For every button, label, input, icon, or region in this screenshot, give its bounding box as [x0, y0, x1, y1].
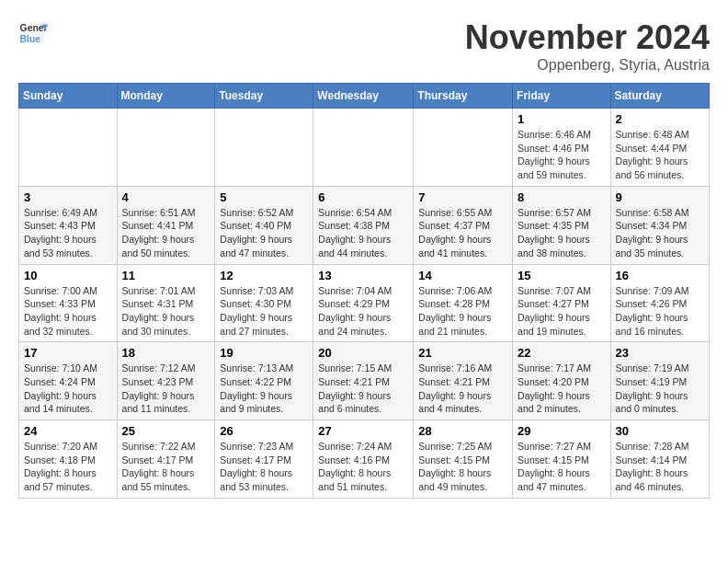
day-number: 8: [518, 190, 606, 204]
day-info: Sunrise: 7:25 AM Sunset: 4:15 PM Dayligh…: [418, 440, 507, 494]
calendar-cell: 15Sunrise: 7:07 AM Sunset: 4:27 PM Dayli…: [513, 264, 611, 342]
day-number: 10: [24, 269, 112, 282]
calendar-cell: 7Sunrise: 6:55 AM Sunset: 4:37 PM Daylig…: [414, 186, 513, 264]
calendar-week-row: 3Sunrise: 6:49 AM Sunset: 4:43 PM Daylig…: [19, 186, 710, 264]
day-number: 23: [616, 346, 704, 360]
day-info: Sunrise: 6:51 AM Sunset: 4:41 PM Dayligh…: [122, 206, 210, 260]
day-info: Sunrise: 7:13 AM Sunset: 4:22 PM Dayligh…: [220, 362, 308, 416]
day-info: Sunrise: 7:22 AM Sunset: 4:17 PM Dayligh…: [122, 440, 210, 494]
day-number: 24: [24, 424, 112, 438]
calendar-cell: 3Sunrise: 6:49 AM Sunset: 4:43 PM Daylig…: [19, 186, 118, 264]
day-info: Sunrise: 6:46 AM Sunset: 4:46 PM Dayligh…: [518, 128, 606, 182]
calendar-cell: 4Sunrise: 6:51 AM Sunset: 4:41 PM Daylig…: [117, 186, 215, 264]
day-info: Sunrise: 7:27 AM Sunset: 4:15 PM Dayligh…: [518, 440, 606, 494]
calendar-cell: 23Sunrise: 7:19 AM Sunset: 4:19 PM Dayli…: [610, 342, 709, 420]
logo: General Blue: [18, 18, 48, 48]
day-number: 4: [122, 190, 210, 204]
day-number: 15: [518, 269, 606, 282]
calendar-cell: 8Sunrise: 6:57 AM Sunset: 4:35 PM Daylig…: [513, 186, 611, 264]
day-number: 21: [418, 346, 507, 360]
day-info: Sunrise: 6:57 AM Sunset: 4:35 PM Dayligh…: [518, 206, 606, 260]
logo-icon: General Blue: [18, 18, 48, 48]
calendar-cell: 14Sunrise: 7:06 AM Sunset: 4:28 PM Dayli…: [414, 264, 513, 342]
calendar-cell: 21Sunrise: 7:16 AM Sunset: 4:21 PM Dayli…: [414, 342, 513, 420]
day-info: Sunrise: 6:55 AM Sunset: 4:37 PM Dayligh…: [418, 206, 507, 260]
subtitle: Oppenberg, Styria, Austria: [465, 57, 710, 74]
day-number: 14: [418, 269, 507, 282]
calendar-cell: 22Sunrise: 7:17 AM Sunset: 4:20 PM Dayli…: [513, 342, 611, 420]
day-info: Sunrise: 7:04 AM Sunset: 4:29 PM Dayligh…: [318, 284, 408, 339]
calendar-cell: 26Sunrise: 7:23 AM Sunset: 4:17 PM Dayli…: [215, 420, 313, 499]
day-info: Sunrise: 7:28 AM Sunset: 4:14 PM Dayligh…: [616, 440, 704, 494]
day-number: 30: [616, 424, 704, 438]
calendar-cell: 13Sunrise: 7:04 AM Sunset: 4:29 PM Dayli…: [313, 264, 414, 342]
day-info: Sunrise: 7:19 AM Sunset: 4:19 PM Dayligh…: [616, 362, 704, 416]
day-number: 16: [616, 269, 704, 282]
calendar-cell: [117, 109, 215, 187]
calendar-cell: 27Sunrise: 7:24 AM Sunset: 4:16 PM Dayli…: [313, 420, 414, 499]
calendar-cell: 18Sunrise: 7:12 AM Sunset: 4:23 PM Dayli…: [117, 342, 215, 420]
calendar-cell: 9Sunrise: 6:58 AM Sunset: 4:34 PM Daylig…: [610, 186, 709, 264]
svg-text:Blue: Blue: [20, 34, 41, 44]
day-number: 18: [122, 346, 210, 360]
weekday-header-friday: Friday: [513, 84, 611, 109]
day-info: Sunrise: 7:01 AM Sunset: 4:31 PM Dayligh…: [122, 284, 210, 339]
calendar-cell: [313, 109, 414, 187]
day-info: Sunrise: 7:15 AM Sunset: 4:21 PM Dayligh…: [318, 362, 408, 416]
day-number: 1: [518, 112, 606, 126]
calendar-cell: [414, 109, 513, 187]
calendar-week-row: 24Sunrise: 7:20 AM Sunset: 4:18 PM Dayli…: [19, 420, 710, 499]
calendar-week-row: 17Sunrise: 7:10 AM Sunset: 4:24 PM Dayli…: [19, 342, 710, 420]
day-number: 26: [220, 424, 308, 438]
day-number: 17: [24, 346, 112, 360]
calendar-cell: 19Sunrise: 7:13 AM Sunset: 4:22 PM Dayli…: [215, 342, 313, 420]
calendar-cell: 29Sunrise: 7:27 AM Sunset: 4:15 PM Dayli…: [513, 420, 611, 499]
calendar-cell: 1Sunrise: 6:46 AM Sunset: 4:46 PM Daylig…: [513, 109, 611, 187]
day-info: Sunrise: 7:07 AM Sunset: 4:27 PM Dayligh…: [518, 284, 606, 339]
weekday-header-tuesday: Tuesday: [215, 84, 313, 109]
calendar-table: SundayMondayTuesdayWednesdayThursdayFrid…: [18, 83, 710, 499]
calendar-cell: [215, 109, 313, 187]
day-info: Sunrise: 7:20 AM Sunset: 4:18 PM Dayligh…: [24, 440, 112, 494]
day-info: Sunrise: 6:49 AM Sunset: 4:43 PM Dayligh…: [24, 206, 112, 260]
day-info: Sunrise: 7:00 AM Sunset: 4:33 PM Dayligh…: [24, 284, 112, 339]
calendar-cell: [19, 109, 118, 187]
day-number: 2: [616, 112, 704, 126]
day-info: Sunrise: 6:54 AM Sunset: 4:38 PM Dayligh…: [318, 206, 408, 260]
day-number: 13: [318, 269, 408, 282]
calendar-cell: 30Sunrise: 7:28 AM Sunset: 4:14 PM Dayli…: [610, 420, 709, 499]
calendar-cell: 6Sunrise: 6:54 AM Sunset: 4:38 PM Daylig…: [313, 186, 414, 264]
day-info: Sunrise: 7:06 AM Sunset: 4:28 PM Dayligh…: [418, 284, 507, 339]
day-number: 22: [518, 346, 606, 360]
calendar-cell: 20Sunrise: 7:15 AM Sunset: 4:21 PM Dayli…: [313, 342, 414, 420]
day-info: Sunrise: 7:16 AM Sunset: 4:21 PM Dayligh…: [418, 362, 507, 416]
weekday-header-saturday: Saturday: [610, 84, 709, 109]
calendar-cell: 28Sunrise: 7:25 AM Sunset: 4:15 PM Dayli…: [414, 420, 513, 499]
weekday-header-row: SundayMondayTuesdayWednesdayThursdayFrid…: [19, 84, 710, 109]
calendar-cell: 11Sunrise: 7:01 AM Sunset: 4:31 PM Dayli…: [117, 264, 215, 342]
weekday-header-sunday: Sunday: [19, 84, 118, 109]
calendar-week-row: 1Sunrise: 6:46 AM Sunset: 4:46 PM Daylig…: [19, 109, 710, 187]
day-info: Sunrise: 6:58 AM Sunset: 4:34 PM Dayligh…: [616, 206, 704, 260]
calendar-cell: 12Sunrise: 7:03 AM Sunset: 4:30 PM Dayli…: [215, 264, 313, 342]
calendar-week-row: 10Sunrise: 7:00 AM Sunset: 4:33 PM Dayli…: [19, 264, 710, 342]
day-info: Sunrise: 7:09 AM Sunset: 4:26 PM Dayligh…: [616, 284, 704, 339]
day-number: 6: [318, 190, 408, 204]
calendar-cell: 10Sunrise: 7:00 AM Sunset: 4:33 PM Dayli…: [19, 264, 118, 342]
calendar-cell: 2Sunrise: 6:48 AM Sunset: 4:44 PM Daylig…: [610, 109, 709, 187]
day-number: 27: [318, 424, 408, 438]
calendar-cell: 24Sunrise: 7:20 AM Sunset: 4:18 PM Dayli…: [19, 420, 118, 499]
day-number: 12: [220, 269, 308, 282]
day-info: Sunrise: 7:10 AM Sunset: 4:24 PM Dayligh…: [24, 362, 112, 416]
day-info: Sunrise: 7:17 AM Sunset: 4:20 PM Dayligh…: [518, 362, 606, 416]
day-number: 7: [418, 190, 507, 204]
day-number: 11: [122, 269, 210, 282]
title-section: November 2024 Oppenberg, Styria, Austria: [465, 18, 710, 74]
day-info: Sunrise: 7:12 AM Sunset: 4:23 PM Dayligh…: [122, 362, 210, 416]
day-number: 5: [220, 190, 308, 204]
day-info: Sunrise: 7:23 AM Sunset: 4:17 PM Dayligh…: [220, 440, 308, 494]
month-title: November 2024: [465, 18, 710, 57]
header: General Blue November 2024 Oppenberg, St…: [18, 18, 710, 74]
day-number: 3: [24, 190, 112, 204]
calendar-cell: 17Sunrise: 7:10 AM Sunset: 4:24 PM Dayli…: [19, 342, 118, 420]
